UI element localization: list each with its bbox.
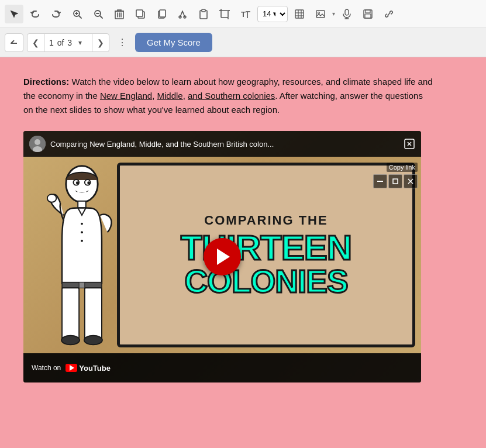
youtube-logo: YouTube [66,364,111,373]
svg-rect-64 [79,282,85,288]
cursor-tool-button[interactable] [5,5,23,23]
slide-content-area: Directions: Watch the video below to lea… [0,57,486,448]
svg-rect-50 [393,179,398,184]
svg-point-57 [87,181,90,184]
comparing-text: COMPARING THE [204,213,328,228]
more-options-button[interactable]: ⋮ [113,33,132,52]
delete-button[interactable] [110,5,129,23]
prev-page-button[interactable]: ❮ [27,33,44,52]
redo-button[interactable] [47,5,66,23]
slide-content: Directions: Watch the video below to lea… [0,57,456,400]
of-label: of [55,38,66,47]
slide-up-button[interactable] [5,33,23,52]
navigation-bar: ❮ 1 of 3 ▾ ❯ ⋮ Get My Score [0,28,486,57]
svg-point-56 [76,181,79,184]
save-button[interactable] [359,5,377,23]
copy-button[interactable] [152,5,171,23]
svg-rect-30 [295,10,304,18]
directions-bold-label: Directions: [23,77,69,87]
svg-line-3 [79,16,81,18]
page-navigation: ❮ 1 of 3 ▾ ❯ [27,33,109,52]
svg-rect-13 [136,10,143,16]
svg-point-61 [81,231,83,233]
svg-point-53 [66,166,98,202]
link-button[interactable] [380,5,398,23]
middle-text: Middle [157,91,183,101]
cut-button[interactable] [173,5,192,23]
youtube-text: YouTube [79,364,111,373]
svg-rect-35 [316,11,325,18]
crop-button[interactable] [215,5,234,23]
text-size-button[interactable]: T [236,5,255,23]
svg-point-68 [61,336,80,345]
total-pages: 3 [67,38,72,47]
watch-on-label: Watch on [32,364,61,372]
svg-rect-42 [365,14,371,18]
southern-colonies-text: and Southern colonies [188,91,275,101]
svg-point-36 [318,12,320,13]
svg-point-60 [81,223,83,225]
svg-point-69 [84,336,102,345]
next-page-button[interactable]: ❯ [92,33,109,52]
svg-rect-37 [345,9,349,15]
close-video-button[interactable] [404,174,418,188]
zoom-in-button[interactable] [68,5,87,23]
video-container[interactable]: Comparing New England, Middle, and the S… [23,131,421,382]
microphone-button[interactable] [337,5,356,23]
directions-body: Watch the video below to learn about how… [23,77,433,115]
undo-button[interactable] [26,5,44,23]
page-info: 1 of 3 ▾ [44,33,92,52]
get-score-button[interactable]: Get My Score [135,33,212,52]
image-button[interactable] [311,5,330,23]
video-top-bar: Comparing New England, Middle, and the S… [23,131,421,157]
svg-rect-58 [77,190,87,192]
svg-text:T: T [241,10,246,19]
svg-rect-67 [85,288,102,339]
svg-rect-22 [221,11,228,18]
table-button[interactable] [290,5,309,23]
video-thumbnail: Comparing New England, Middle, and the S… [23,131,421,382]
svg-rect-59 [78,201,86,208]
youtube-icon [66,364,77,372]
video-bottom-bar: Watch on YouTube [23,353,421,382]
main-toolbar: T 14 ▾ ▾ [0,0,486,28]
svg-line-6 [100,16,102,18]
minimize-button[interactable] [373,174,387,188]
duplicate-button[interactable] [131,5,150,23]
svg-rect-15 [160,10,166,17]
page-number: 1 [49,38,54,47]
video-title: Comparing New England, Middle, and the S… [50,140,399,149]
svg-rect-49 [377,181,383,182]
svg-rect-21 [202,9,205,12]
play-button[interactable] [204,238,241,275]
svg-point-62 [81,240,83,242]
new-england-text: New England [100,91,152,101]
copy-link-label[interactable]: Copy link [387,163,418,172]
zoom-out-button[interactable] [89,5,108,23]
svg-rect-66 [62,288,79,339]
svg-rect-41 [366,10,370,13]
svg-point-65 [47,194,57,202]
paste-button[interactable] [194,5,213,23]
font-size-select[interactable]: 14 ▾ [257,6,288,22]
svg-point-44 [35,139,40,145]
maximize-button[interactable] [388,174,402,188]
page-dropdown-button[interactable]: ▾ [73,33,87,52]
directions-paragraph: Directions: Watch the video below to lea… [23,75,433,117]
channel-avatar [29,136,46,152]
